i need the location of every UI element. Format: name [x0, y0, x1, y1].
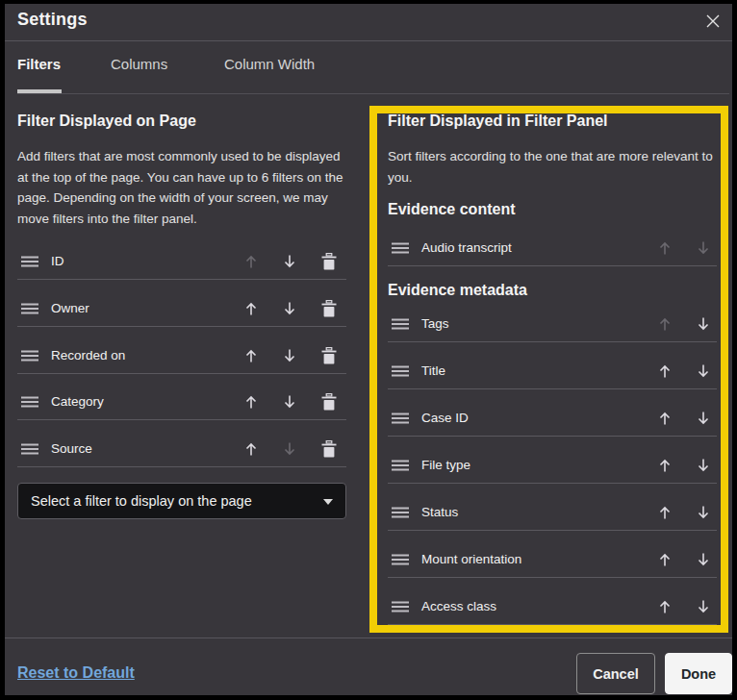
move-down-icon[interactable]	[691, 547, 715, 571]
drag-handle-icon[interactable]	[388, 500, 413, 524]
move-down-icon[interactable]	[691, 453, 715, 477]
chevron-down-icon	[323, 499, 333, 505]
filter-row-label: File type	[421, 446, 470, 484]
right-panel-description: Sort filters according to the one that a…	[388, 146, 721, 188]
filter-row-label: Mount orientation	[421, 540, 521, 578]
cancel-button[interactable]: Cancel	[576, 653, 655, 694]
filter-row-label: Audio transcript	[421, 229, 512, 266]
drag-handle-icon[interactable]	[388, 236, 413, 260]
section-heading-evidence-metadata: Evidence metadata	[388, 282, 527, 299]
filter-row: Audio transcript	[388, 229, 717, 266]
drag-handle-icon[interactable]	[17, 296, 42, 320]
reset-to-default-link[interactable]: Reset to Default	[17, 664, 135, 682]
dialog-title: Settings	[17, 10, 88, 30]
filter-row: Title	[388, 352, 717, 389]
delete-icon[interactable]	[317, 249, 341, 273]
drag-handle-icon[interactable]	[388, 453, 413, 477]
move-down-icon[interactable]	[277, 249, 301, 273]
filter-row: Case ID	[388, 399, 717, 437]
filter-row-label: Owner	[51, 289, 89, 327]
drag-handle-icon[interactable]	[17, 249, 42, 273]
move-down-icon[interactable]	[277, 343, 301, 367]
move-down-icon[interactable]	[691, 359, 715, 383]
filter-row: Access class	[388, 588, 717, 625]
tab-column-width[interactable]: Column Width	[224, 56, 315, 72]
delete-icon[interactable]	[317, 437, 341, 461]
filter-row-label: Access class	[421, 588, 496, 625]
move-up-icon[interactable]	[239, 389, 263, 413]
filter-row-label: Source	[51, 430, 92, 467]
add-filter-dropdown[interactable]: Select a filter to display on the page	[17, 483, 346, 519]
move-down-icon[interactable]	[691, 594, 715, 618]
move-up-icon[interactable]	[239, 296, 263, 320]
move-up-icon[interactable]	[239, 343, 263, 367]
filter-row: Tags	[388, 305, 717, 342]
settings-dialog: Settings Filters Columns Column Width Fi…	[5, 4, 732, 695]
tab-columns[interactable]: Columns	[111, 56, 167, 72]
move-down-icon[interactable]	[277, 389, 301, 413]
filter-row: Recorded on	[17, 337, 346, 374]
header-divider	[5, 40, 732, 41]
delete-icon[interactable]	[317, 296, 341, 320]
drag-handle-icon[interactable]	[388, 359, 413, 383]
drag-handle-icon[interactable]	[17, 389, 42, 413]
filter-row: Category	[17, 383, 346, 420]
filter-row-label: Status	[421, 493, 458, 531]
filter-row: Status	[388, 493, 717, 531]
close-icon[interactable]	[697, 5, 729, 38]
filter-row-label: Recorded on	[51, 337, 125, 374]
dropdown-placeholder: Select a filter to display on the page	[31, 493, 252, 509]
move-up-icon[interactable]	[652, 406, 676, 430]
move-up-icon[interactable]	[652, 236, 676, 260]
left-panel-heading: Filter Displayed on Page	[17, 112, 196, 130]
footer-divider	[5, 638, 732, 638]
filter-row: ID	[17, 242, 346, 280]
filter-row: Mount orientation	[388, 540, 717, 578]
filter-row-label: Category	[51, 383, 104, 420]
filter-row-label: ID	[51, 242, 64, 280]
filter-row: Source	[17, 430, 346, 467]
delete-icon[interactable]	[317, 389, 341, 413]
move-down-icon[interactable]	[691, 312, 715, 336]
move-up-icon[interactable]	[652, 453, 676, 477]
move-down-icon[interactable]	[277, 296, 301, 320]
move-down-icon[interactable]	[691, 236, 715, 260]
filter-row-label: Tags	[421, 305, 449, 342]
move-down-icon[interactable]	[277, 437, 301, 461]
done-button[interactable]: Done	[665, 653, 732, 694]
move-down-icon[interactable]	[691, 500, 715, 524]
left-panel-description: Add filters that are most commonly used …	[17, 146, 348, 229]
filter-row: Owner	[17, 289, 346, 327]
drag-handle-icon[interactable]	[388, 594, 413, 618]
move-up-icon[interactable]	[239, 437, 263, 461]
move-up-icon[interactable]	[652, 547, 676, 571]
filter-row-label: Case ID	[421, 399, 469, 437]
move-down-icon[interactable]	[691, 406, 715, 430]
right-panel-heading: Filter Displayed in Filter Panel	[388, 112, 608, 130]
filter-row: File type	[388, 446, 717, 484]
drag-handle-icon[interactable]	[388, 312, 413, 336]
tab-baseline	[17, 93, 729, 94]
drag-handle-icon[interactable]	[17, 437, 42, 461]
move-up-icon[interactable]	[652, 359, 676, 383]
section-heading-evidence-content: Evidence content	[388, 201, 515, 218]
move-up-icon[interactable]	[652, 500, 676, 524]
move-up-icon[interactable]	[652, 594, 676, 618]
drag-handle-icon[interactable]	[388, 406, 413, 430]
tab-filters[interactable]: Filters	[17, 56, 61, 72]
filter-row-label: Title	[421, 352, 445, 389]
settings-modal-frame: Settings Filters Columns Column Width Fi…	[0, 0, 737, 700]
move-up-icon[interactable]	[239, 249, 263, 273]
drag-handle-icon[interactable]	[388, 547, 413, 571]
drag-handle-icon[interactable]	[17, 343, 42, 367]
move-up-icon[interactable]	[652, 312, 676, 336]
delete-icon[interactable]	[317, 343, 341, 367]
